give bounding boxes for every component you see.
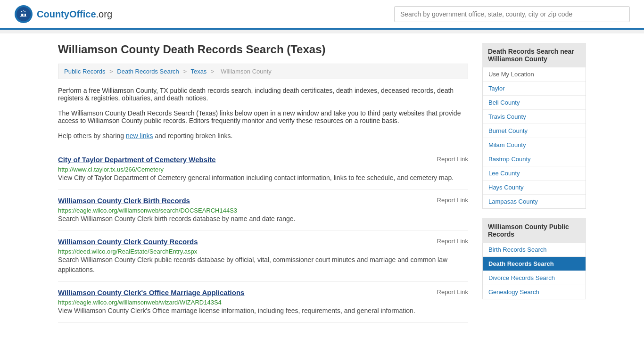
- breadcrumb-death-records[interactable]: Death Records Search: [117, 68, 179, 75]
- result-url[interactable]: https://deed.wilco.org/RealEstate/Search…: [58, 248, 197, 255]
- result-item: City of Taylor Department of Cemetery We…: [58, 149, 468, 190]
- breadcrumb-public-records[interactable]: Public Records: [64, 68, 105, 75]
- report-link[interactable]: Report Link: [437, 197, 468, 204]
- sidebar-item-travis-county[interactable]: Travis County: [483, 110, 586, 124]
- new-links[interactable]: new links: [126, 132, 153, 140]
- search-input[interactable]: [394, 6, 630, 22]
- sidebar-item-lee-county[interactable]: Lee County: [483, 166, 586, 181]
- report-link[interactable]: Report Link: [437, 238, 468, 245]
- help-text: Help others by sharing new links and rep…: [58, 132, 468, 140]
- sidebar-nearby-list: Use My Location Taylor Bell County Travi…: [482, 67, 586, 209]
- sidebar: Death Records Search near Williamson Cou…: [482, 43, 586, 323]
- sidebar-item-use-location[interactable]: Use My Location: [483, 67, 586, 82]
- logo-text[interactable]: CountyOffice.org: [37, 9, 112, 20]
- result-title[interactable]: Williamson County Clerk County Records: [58, 238, 198, 246]
- sidebar-item-lampasas-county[interactable]: Lampasas County: [483, 195, 586, 208]
- breadcrumb-texas[interactable]: Texas: [190, 68, 206, 75]
- sidebar-item-milam-county[interactable]: Milam County: [483, 138, 586, 152]
- result-desc: View Williamson County Clerk's Office ma…: [58, 306, 468, 316]
- results-list: City of Taylor Department of Cemetery We…: [58, 149, 468, 323]
- result-item: Williamson County Clerk Birth Records Re…: [58, 190, 468, 231]
- sidebar-item-bastrop-county[interactable]: Bastrop County: [483, 152, 586, 166]
- sidebar-public-records-list: Birth Records Search Death Records Searc…: [482, 243, 586, 299]
- report-link[interactable]: Report Link: [437, 156, 468, 163]
- sidebar-item-burnet-county[interactable]: Burnet County: [483, 124, 586, 138]
- breadcrumb: Public Records > Death Records Search > …: [58, 64, 468, 79]
- logo-area: 🏛 CountyOffice.org: [14, 5, 112, 24]
- result-desc: Search Williamson County Clerk public re…: [58, 255, 468, 275]
- description-1: Perform a free Williamson County, TX pub…: [58, 87, 468, 102]
- sidebar-item-death-records[interactable]: Death Records Search: [483, 257, 586, 271]
- logo-icon: 🏛: [14, 5, 33, 24]
- sidebar-item-divorce-records[interactable]: Divorce Records Search: [483, 271, 586, 285]
- result-title[interactable]: Williamson County Clerk Birth Records: [58, 197, 190, 205]
- sidebar-public-records-title: Williamson County Public Records: [482, 218, 586, 243]
- result-item: Williamson County Clerk County Records R…: [58, 231, 468, 282]
- result-url[interactable]: http://www.ci.taylor.tx.us/266/Cemetery: [58, 166, 164, 173]
- svg-text:🏛: 🏛: [20, 10, 27, 18]
- result-desc: Search Williamson County Clerk birth rec…: [58, 214, 468, 224]
- sidebar-item-birth-records[interactable]: Birth Records Search: [483, 243, 586, 257]
- report-link[interactable]: Report Link: [437, 288, 468, 296]
- sidebar-item-taylor[interactable]: Taylor: [483, 82, 586, 96]
- result-title[interactable]: City of Taylor Department of Cemetery We…: [58, 156, 216, 164]
- result-title[interactable]: Williamson County Clerk's Office Marriag…: [58, 288, 244, 296]
- page-title: Williamson County Death Records Search (…: [58, 43, 468, 56]
- sidebar-item-genealogy-search[interactable]: Genealogy Search: [483, 285, 586, 299]
- sidebar-item-hays-county[interactable]: Hays County: [483, 181, 586, 195]
- breadcrumb-current: Williamson County: [221, 68, 272, 75]
- sidebar-item-bell-county[interactable]: Bell County: [483, 96, 586, 110]
- result-item: Williamson County Clerk's Office Marriag…: [58, 282, 468, 323]
- description-2: The Williamson County Death Records Sear…: [58, 109, 468, 124]
- result-url[interactable]: https://eagle.wilco.org/williamsonweb/se…: [58, 207, 237, 214]
- sub-header-bar: [0, 30, 644, 33]
- sidebar-nearby-title: Death Records Search near Williamson Cou…: [482, 43, 586, 67]
- result-url[interactable]: https://eagle.wilco.org/williamsonweb/wi…: [58, 299, 222, 306]
- result-desc: View City of Taylor Department of Cemete…: [58, 173, 468, 183]
